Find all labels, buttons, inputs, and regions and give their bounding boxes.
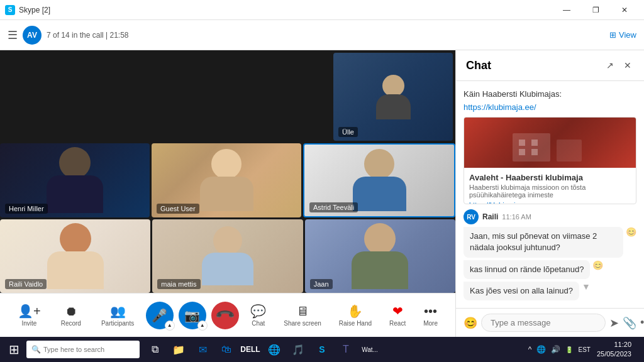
task-view-icon[interactable]: ⧉ bbox=[143, 338, 166, 361]
controls-center: 🎤 ▲ 📷 ▲ 📞 bbox=[146, 302, 239, 329]
more-button[interactable]: ••• More bbox=[418, 302, 443, 329]
mic-btn-wrapper: 🎤 ▲ bbox=[146, 302, 174, 329]
video-main-grid: Henri Miller Guest User bbox=[0, 143, 455, 293]
raise-hand-button[interactable]: ✋ Raise Hand bbox=[334, 301, 377, 329]
raise-hand-icon: ✋ bbox=[347, 304, 363, 319]
mic-arrow-icon[interactable]: ▲ bbox=[165, 321, 175, 331]
participants-button[interactable]: 👥 Participants bbox=[96, 301, 139, 329]
taskbar-search-icon: 🔍 bbox=[31, 345, 41, 354]
raili-bubble-1-row: Jaan, mis sul põnevat on viimase 2 nädal… bbox=[464, 227, 636, 257]
chat-expand-icon[interactable]: ↗ bbox=[604, 58, 616, 73]
tray-keyboard-icon[interactable]: EST bbox=[577, 346, 591, 353]
participants-icon: 👥 bbox=[110, 304, 126, 319]
raili-sender-line: RV Raili 11:16 AM bbox=[464, 209, 636, 224]
avatar: AV bbox=[23, 26, 42, 45]
chat-header: Chat ↗ ✕ bbox=[456, 50, 644, 81]
taskbar-clock[interactable]: 11:20 25/05/2023 bbox=[593, 340, 635, 359]
view-button[interactable]: ⊞ View bbox=[609, 30, 636, 40]
emoji-react-1[interactable]: 😊 bbox=[626, 227, 636, 237]
attach-icon[interactable]: 📎 bbox=[623, 316, 636, 330]
skype-taskbar-icon[interactable]: S bbox=[311, 338, 333, 361]
chat-raili-messages: RV Raili 11:16 AM Jaan, mis sul põnevat … bbox=[464, 209, 636, 300]
window-controls[interactable]: — ❐ ✕ bbox=[552, 0, 639, 20]
raili-bubble-1: Jaan, mis sul põnevat on viimase 2 nädal… bbox=[464, 227, 623, 257]
share-screen-button[interactable]: 🖥 Share screen bbox=[279, 302, 326, 329]
controls-right: 💬 Chat 🖥 Share screen ✋ Raise Hand ❤ Rea… bbox=[245, 301, 443, 329]
share-screen-label: Share screen bbox=[284, 320, 321, 327]
video-tile-maia: maia mettis bbox=[152, 219, 303, 293]
view-grid-icon: ⊞ bbox=[609, 30, 616, 40]
raili-sender-name: Raili bbox=[482, 212, 498, 221]
header-left: ☰ AV 7 of 14 in the call | 21:58 bbox=[8, 26, 609, 45]
maximize-button[interactable]: ❐ bbox=[581, 0, 610, 20]
controls-left: 👤+ Invite ⏺ Record 👥 Participants bbox=[13, 301, 139, 329]
tray-battery-icon[interactable]: 🔋 bbox=[564, 346, 574, 353]
file-explorer-icon[interactable]: 📁 bbox=[167, 338, 190, 361]
chat-card[interactable]: Avaleht - Haabersti klubimaja Haabersti … bbox=[464, 117, 636, 204]
emoji-react-2[interactable]: 😊 bbox=[592, 260, 603, 270]
raise-hand-label: Raise Hand bbox=[339, 320, 372, 327]
video-arrow-icon[interactable]: ▲ bbox=[197, 321, 208, 331]
chat-msg-1-link[interactable]: https://klubimaja.ee/ bbox=[464, 102, 636, 112]
spotify-icon[interactable]: 🎵 bbox=[287, 338, 309, 361]
svg-rect-2 bbox=[519, 140, 525, 146]
skype-icon: S bbox=[5, 5, 15, 15]
react-button[interactable]: ❤ React bbox=[384, 301, 411, 329]
minimize-button[interactable]: — bbox=[552, 0, 581, 20]
tray-expand-icon[interactable]: ^ bbox=[527, 345, 533, 354]
raili-bubble-2: kas linnud on rände lõpetanud? bbox=[464, 260, 590, 279]
astrid-name-label: Astrid Teeväli bbox=[309, 202, 358, 212]
maia-name-label: maia mettis bbox=[157, 279, 200, 289]
show-desktop-icon[interactable] bbox=[636, 338, 641, 361]
dell-icon[interactable]: DELL bbox=[239, 338, 262, 361]
invite-icon: 👤+ bbox=[18, 304, 41, 319]
guest-name-label: Guest User bbox=[157, 204, 199, 214]
send-icon[interactable]: ➤ bbox=[609, 316, 619, 330]
chat-card-body: Avaleht - Haabersti klubimaja Haabersti … bbox=[464, 168, 636, 204]
video-row-1: Henri Miller Guest User bbox=[0, 143, 455, 217]
video-area: Ülle Henri Miller bbox=[0, 50, 455, 337]
react-icon: ❤ bbox=[392, 304, 403, 319]
teams-icon[interactable]: T bbox=[335, 338, 357, 361]
video-row-2: Raili Vaidlo maia mettis bbox=[0, 219, 455, 293]
chat-button[interactable]: 💬 Chat bbox=[245, 301, 271, 329]
taskbar: ⊞ 🔍 ⧉ 📁 ✉ 🛍 DELL 🌐 🎵 S T Wat... ^ 🌐 🔊 🔋 … bbox=[0, 337, 644, 362]
chrome-icon[interactable]: 🌐 bbox=[263, 338, 286, 361]
chat-message-input[interactable] bbox=[481, 314, 606, 332]
end-call-button[interactable]: 📞 bbox=[206, 295, 245, 334]
window-title: Skype [2] bbox=[19, 6, 50, 14]
chat-msg-1: Käin Haabersti Klubimajas: https://klubi… bbox=[464, 89, 636, 112]
raili-bubble-3-row: Kas jões vesi on alla lainud? ▼ bbox=[464, 282, 636, 300]
start-button[interactable]: ⊞ bbox=[3, 338, 25, 361]
video-tile-raili: Raili Vaidlo bbox=[0, 219, 150, 293]
taskbar-search[interactable]: 🔍 bbox=[26, 341, 140, 358]
raili-name-label: Raili Vaidlo bbox=[5, 279, 47, 289]
chat-card-link[interactable]: https://klubimaja.ee bbox=[469, 201, 529, 204]
svg-rect-3 bbox=[531, 140, 538, 146]
store-icon[interactable]: 🛍 bbox=[215, 338, 238, 361]
chat-close-icon[interactable]: ✕ bbox=[621, 58, 634, 73]
video-top-row: Ülle bbox=[0, 50, 455, 143]
call-info: 7 of 14 in the call | 21:58 bbox=[47, 31, 129, 40]
chat-more-icon[interactable]: ••• bbox=[640, 316, 644, 329]
video-tile-astrid: Astrid Teeväli bbox=[303, 143, 455, 217]
invite-button[interactable]: 👤+ Invite bbox=[13, 301, 46, 329]
chat-header-icons: ↗ ✕ bbox=[604, 58, 634, 73]
jaan-name-label: Jaan bbox=[310, 279, 333, 289]
emoji-react-3[interactable]: ▼ bbox=[582, 282, 591, 292]
taskbar-search-input[interactable] bbox=[43, 346, 135, 353]
chat-messages: Käin Haabersti Klubimajas: https://klubi… bbox=[456, 81, 644, 308]
video-tile-henri: Henri Miller bbox=[0, 143, 150, 217]
record-button[interactable]: ⏺ Record bbox=[56, 302, 86, 329]
menu-icon[interactable]: ☰ bbox=[8, 28, 18, 42]
share-screen-icon: 🖥 bbox=[296, 304, 309, 319]
svg-rect-0 bbox=[513, 133, 550, 162]
close-button[interactable]: ✕ bbox=[610, 0, 639, 20]
watch-icon[interactable]: Wat... bbox=[358, 338, 381, 361]
svg-rect-5 bbox=[531, 149, 538, 155]
tray-volume-icon[interactable]: 🔊 bbox=[550, 345, 562, 354]
tray-network-icon[interactable]: 🌐 bbox=[535, 345, 547, 354]
emoji-input-icon[interactable]: 😊 bbox=[464, 316, 477, 330]
mail-icon[interactable]: ✉ bbox=[191, 338, 214, 361]
chat-label: Chat bbox=[252, 320, 265, 327]
